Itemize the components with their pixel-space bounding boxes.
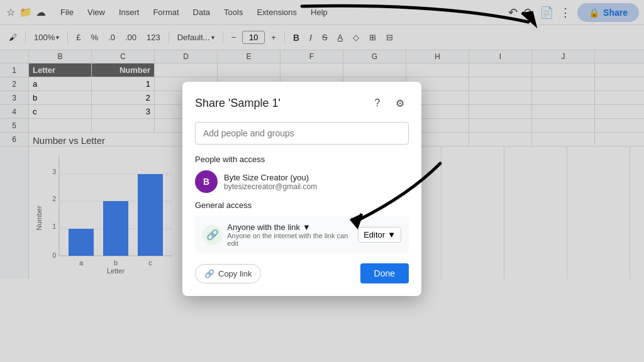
role-dropdown[interactable]: Editor ▼ [358, 227, 401, 243]
role-label: Editor [364, 230, 385, 239]
general-access-section: 🔗 Anyone with the link ▼ Anyone on the i… [195, 216, 409, 253]
help-icon: ? [375, 97, 380, 109]
modal-action-icons: ? ⚙ [369, 94, 409, 112]
avatar-initials: B [203, 177, 209, 187]
modal-header: Share 'Sample 1' ? ⚙ [195, 94, 409, 112]
avatar: B [195, 170, 218, 193]
add-people-input[interactable] [195, 122, 409, 145]
general-access-title: General access [195, 200, 409, 210]
copy-link-icon: 🔗 [204, 269, 214, 278]
modal-title: Share 'Sample 1' [195, 97, 280, 110]
people-section-title: People with access [195, 155, 409, 164]
done-button[interactable]: Done [360, 263, 409, 283]
modal-footer: 🔗 Copy link Done [195, 263, 409, 283]
settings-icon: ⚙ [396, 97, 404, 109]
access-type-dropdown[interactable]: Anyone with the link ▼ [227, 222, 358, 232]
access-type-chevron: ▼ [303, 222, 311, 232]
link-access-icon: 🔗 [203, 225, 222, 245]
access-type-label: Anyone with the link [227, 222, 300, 232]
settings-button[interactable]: ⚙ [391, 94, 409, 112]
role-chevron: ▼ [387, 230, 396, 239]
access-text: Anyone with the link ▼ Anyone on the int… [227, 222, 358, 247]
copy-link-label: Copy link [218, 269, 252, 278]
help-button[interactable]: ? [369, 94, 386, 112]
access-description: Anyone on the internet with the link can… [227, 232, 358, 247]
modal-overlay: Share 'Sample 1' ? ⚙ People with access … [0, 0, 644, 362]
person-info: Byte Size Creator (you) bytesizecreator@… [224, 173, 317, 191]
access-row: 🔗 Anyone with the link ▼ Anyone on the i… [203, 222, 401, 247]
person-row: B Byte Size Creator (you) bytesizecreato… [195, 170, 409, 193]
person-name: Byte Size Creator (you) [224, 173, 317, 182]
access-left: 🔗 Anyone with the link ▼ Anyone on the i… [203, 222, 358, 247]
copy-link-button[interactable]: 🔗 Copy link [195, 264, 261, 283]
share-modal: Share 'Sample 1' ? ⚙ People with access … [182, 82, 421, 296]
person-email: bytesizecreator@gmail.com [224, 182, 317, 191]
